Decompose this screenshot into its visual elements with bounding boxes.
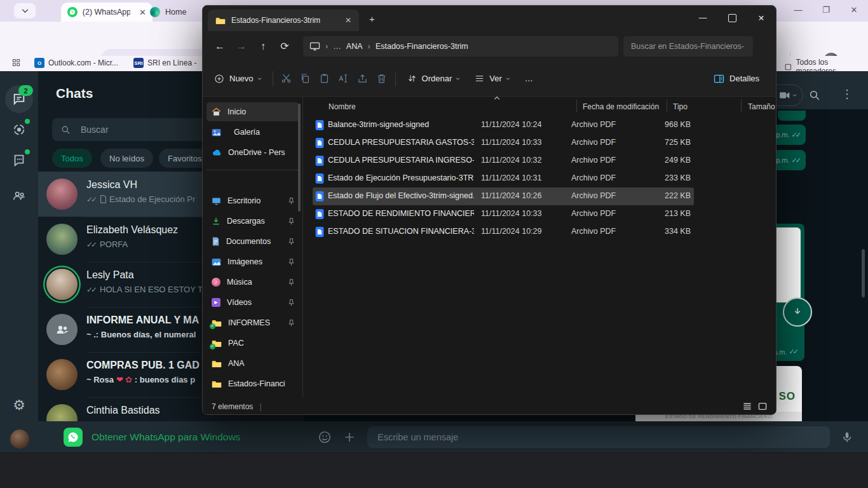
chevron-down-icon: › bbox=[454, 78, 463, 80]
new-tab-icon[interactable]: + bbox=[369, 13, 375, 24]
nav-back-icon[interactable]: ← bbox=[209, 37, 231, 56]
whatsapp-favicon bbox=[67, 7, 78, 17]
message-input[interactable] bbox=[376, 431, 798, 443]
sidebar-scrollbar[interactable] bbox=[298, 104, 301, 212]
mic-icon[interactable] bbox=[841, 431, 853, 444]
tab-label: (2) WhatsApp bbox=[83, 8, 130, 17]
copy-icon[interactable] bbox=[296, 69, 315, 89]
explorer-maximize-button[interactable] bbox=[717, 6, 747, 30]
onedrive-cloud-icon bbox=[212, 149, 222, 156]
rename-icon[interactable] bbox=[334, 69, 353, 89]
cut-icon[interactable] bbox=[277, 69, 296, 89]
apps-grid-icon[interactable] bbox=[11, 58, 21, 67]
sidebar-item-onedrive[interactable]: › OneDrive - Pers bbox=[207, 143, 299, 162]
sidebar-item-inicio[interactable]: Inicio bbox=[207, 102, 299, 121]
tab-search-button[interactable] bbox=[14, 3, 36, 18]
pdf-file-icon bbox=[315, 209, 324, 219]
attach-plus-icon[interactable] bbox=[343, 431, 356, 444]
toolbar-divider bbox=[395, 71, 396, 86]
sort-button[interactable]: Ordenar› bbox=[400, 67, 468, 90]
chats-icon[interactable]: 2 bbox=[9, 89, 29, 109]
sidebar-item-ana[interactable]: ANA bbox=[207, 354, 299, 373]
tab-close-icon[interactable]: ✕ bbox=[345, 16, 351, 25]
file-row-selected[interactable]: Estado de Flujo del Efectivo-3trim-signe… bbox=[313, 187, 694, 205]
sidebar-item-pac[interactable]: ✓ PAC bbox=[207, 334, 299, 353]
sidebar-item-galeria[interactable]: Galería bbox=[207, 123, 299, 142]
sidebar-item-descargas[interactable]: Descargas bbox=[207, 212, 299, 231]
delete-icon[interactable] bbox=[372, 69, 391, 89]
chevron-down-icon: › bbox=[504, 78, 513, 80]
download-button[interactable] bbox=[783, 297, 812, 327]
bookmark-sri[interactable]: SRI SRI en Línea - bbox=[133, 58, 196, 68]
get-whatsapp-banner[interactable]: Obtener WhatsApp para Windows bbox=[38, 421, 304, 452]
nav-forward-icon[interactable]: → bbox=[231, 37, 252, 56]
read-ticks: ✓✓ bbox=[792, 131, 799, 139]
explorer-tab[interactable]: Estados-Financieros-3trim ✕ bbox=[208, 10, 359, 31]
share-icon[interactable] bbox=[353, 69, 372, 89]
sidebar-divider bbox=[207, 170, 299, 170]
column-divider[interactable] bbox=[576, 100, 577, 112]
read-ticks: ✓✓ bbox=[86, 285, 95, 294]
more-options-icon[interactable]: … bbox=[517, 67, 541, 90]
communities-icon[interactable] bbox=[9, 186, 29, 206]
column-header-tamano[interactable]: Tamaño bbox=[748, 102, 775, 111]
breadcrumb[interactable]: › … ANA › Estados-Financieros-3trim bbox=[303, 36, 618, 57]
paste-icon[interactable] bbox=[315, 69, 334, 89]
channels-icon[interactable] bbox=[9, 150, 29, 170]
sort-ascending-icon[interactable] bbox=[494, 96, 500, 100]
sidebar-item-videos[interactable]: ▶ Vídeos bbox=[207, 293, 299, 312]
nav-refresh-icon[interactable]: ⟳ bbox=[274, 37, 295, 56]
details-button[interactable]: Detalles bbox=[706, 67, 767, 90]
file-row[interactable]: CEDULA PRESUPUESTARIA GASTOS-3TRI...11/1… bbox=[313, 134, 694, 152]
profile-avatar[interactable] bbox=[10, 430, 29, 449]
explorer-titlebar[interactable]: Estados-Financieros-3trim ✕ + — ✕ bbox=[203, 6, 776, 31]
view-button[interactable]: Ver› bbox=[467, 67, 517, 90]
sidebar-item-documentos[interactable]: Documentos bbox=[207, 232, 299, 251]
conversation-menu-icon[interactable]: ⋮ bbox=[841, 87, 853, 101]
breadcrumb-ellipsis[interactable]: … bbox=[333, 42, 341, 51]
browser-minimize-button[interactable]: — bbox=[784, 0, 812, 19]
column-header-tipo[interactable]: Tipo bbox=[673, 102, 688, 111]
file-row[interactable]: Estado de Ejecución Presupuestario-3TRI.… bbox=[313, 170, 694, 187]
large-icons-view-icon[interactable] bbox=[758, 402, 767, 410]
message-input-wrap[interactable] bbox=[367, 426, 830, 448]
sidebar-item-estados-financieros[interactable]: Estados-Financi bbox=[207, 374, 299, 393]
file-row[interactable]: Balance-3trim-signed-signed11/11/2024 10… bbox=[313, 116, 694, 134]
emoji-icon[interactable] bbox=[318, 430, 332, 444]
explorer-close-button[interactable]: ✕ bbox=[747, 6, 776, 30]
nav-up-icon[interactable]: ↑ bbox=[252, 37, 274, 56]
settings-gear-icon[interactable]: ⚙ bbox=[9, 395, 29, 416]
new-button[interactable]: Nuevo› bbox=[207, 67, 269, 90]
bookmark-label: SRI en Línea - bbox=[147, 58, 196, 67]
breadcrumb-current[interactable]: Estados-Financieros-3trim bbox=[376, 42, 468, 51]
file-row[interactable]: CEDULA PRESUPUESTARIA INGRESO-3TRI...11/… bbox=[313, 152, 694, 170]
details-view-icon[interactable] bbox=[743, 402, 752, 410]
sidebar-item-informes[interactable]: ✓ INFORMES bbox=[207, 313, 299, 332]
browser-restore-button[interactable]: ❐ bbox=[812, 0, 840, 19]
explorer-command-bar: Nuevo› Ordenar› Ver› bbox=[203, 61, 776, 97]
column-divider[interactable] bbox=[667, 100, 667, 112]
column-header-fecha[interactable]: Fecha de modificación bbox=[583, 102, 659, 111]
filter-no-leidos[interactable]: No leídos bbox=[100, 149, 153, 168]
status-icon[interactable] bbox=[9, 119, 29, 140]
sidebar-item-musica[interactable]: ♪ Música bbox=[207, 273, 299, 292]
column-header-nombre[interactable]: Nombre bbox=[329, 102, 356, 111]
tab-whatsapp[interactable]: (2) WhatsApp ✕ bbox=[61, 3, 153, 22]
explorer-search-box[interactable] bbox=[623, 36, 753, 57]
filter-todos[interactable]: Todos bbox=[52, 149, 92, 168]
conversation-search-icon[interactable] bbox=[809, 90, 820, 101]
column-divider[interactable] bbox=[741, 100, 742, 112]
bookmark-outlook[interactable]: O Outlook.com - Micr... bbox=[34, 58, 118, 68]
explorer-search-input[interactable] bbox=[630, 41, 747, 51]
sort-button-label: Ordenar bbox=[422, 74, 452, 83]
breadcrumb-ana[interactable]: ANA bbox=[346, 42, 363, 51]
file-row[interactable]: ESTADO DE RENDIMIENTO FINANCIERO-...11/1… bbox=[313, 205, 694, 223]
sidebar-item-imagenes[interactable]: Imágenes bbox=[207, 252, 299, 271]
conversation-scrollbar[interactable] bbox=[862, 249, 865, 297]
explorer-minimize-button[interactable]: — bbox=[688, 6, 717, 30]
file-row[interactable]: ESTADO DE SITUACION FINANCIERA-3tri...11… bbox=[313, 223, 694, 241]
browser-close-button[interactable]: ✕ bbox=[840, 0, 868, 19]
documents-icon bbox=[212, 237, 220, 246]
sidebar-item-escritorio[interactable]: Escritorio bbox=[207, 191, 299, 210]
explorer-tab-title: Estados-Financieros-3trim bbox=[231, 16, 320, 25]
